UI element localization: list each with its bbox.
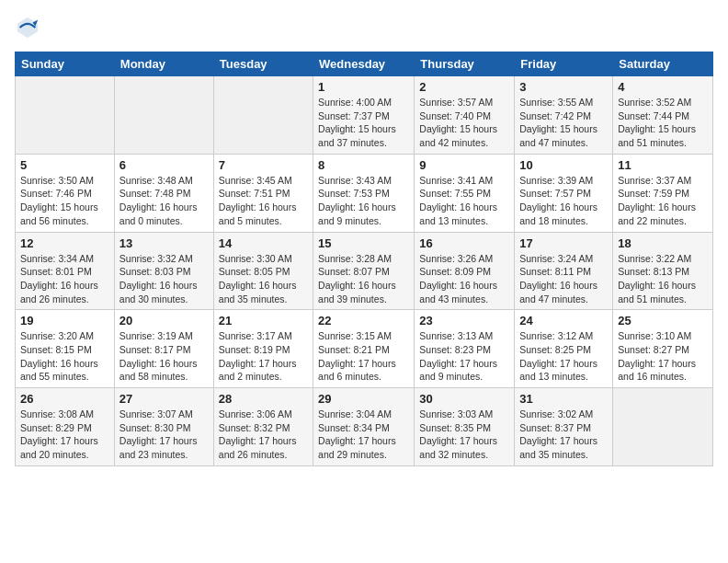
calendar-table: SundayMondayTuesdayWednesdayThursdayFrid… xyxy=(15,52,713,466)
day-cell xyxy=(613,388,713,466)
day-cell: 3Sunrise: 3:55 AM Sunset: 7:42 PM Daylig… xyxy=(515,76,613,155)
day-info: Sunrise: 3:34 AM Sunset: 8:01 PM Dayligh… xyxy=(20,252,109,306)
day-cell: 5Sunrise: 3:50 AM Sunset: 7:46 PM Daylig… xyxy=(16,154,115,232)
day-info: Sunrise: 3:19 AM Sunset: 8:17 PM Dayligh… xyxy=(119,329,209,384)
day-info: Sunrise: 3:55 AM Sunset: 7:42 PM Dayligh… xyxy=(519,96,608,150)
weekday-header-friday: Friday xyxy=(515,52,613,76)
week-row-1: 1Sunrise: 4:00 AM Sunset: 7:37 PM Daylig… xyxy=(16,76,713,155)
day-cell: 27Sunrise: 3:07 AM Sunset: 8:30 PM Dayli… xyxy=(114,388,213,466)
day-number: 20 xyxy=(119,314,209,327)
weekday-header-tuesday: Tuesday xyxy=(213,52,313,76)
day-info: Sunrise: 4:00 AM Sunset: 7:37 PM Dayligh… xyxy=(318,96,409,150)
day-info: Sunrise: 3:02 AM Sunset: 8:37 PM Dayligh… xyxy=(519,408,608,462)
day-cell: 26Sunrise: 3:08 AM Sunset: 8:29 PM Dayli… xyxy=(16,388,115,466)
day-number: 29 xyxy=(318,392,409,406)
day-number: 30 xyxy=(419,392,509,406)
day-info: Sunrise: 3:26 AM Sunset: 8:09 PM Dayligh… xyxy=(419,252,509,306)
day-cell: 17Sunrise: 3:24 AM Sunset: 8:11 PM Dayli… xyxy=(515,232,613,310)
day-info: Sunrise: 3:04 AM Sunset: 8:34 PM Dayligh… xyxy=(318,408,409,462)
day-number: 16 xyxy=(419,236,509,250)
day-cell: 30Sunrise: 3:03 AM Sunset: 8:35 PM Dayli… xyxy=(415,388,515,466)
day-number: 21 xyxy=(219,314,308,327)
page-header xyxy=(15,15,713,40)
weekday-header-saturday: Saturday xyxy=(613,52,713,76)
day-cell: 15Sunrise: 3:28 AM Sunset: 8:07 PM Dayli… xyxy=(313,232,415,310)
day-info: Sunrise: 3:22 AM Sunset: 8:13 PM Dayligh… xyxy=(618,252,708,306)
day-number: 28 xyxy=(219,392,308,406)
day-cell xyxy=(213,76,313,155)
day-number: 25 xyxy=(618,314,708,327)
week-row-4: 19Sunrise: 3:20 AM Sunset: 8:15 PM Dayli… xyxy=(16,310,713,388)
day-number: 14 xyxy=(219,236,308,250)
day-number: 24 xyxy=(519,314,608,327)
day-info: Sunrise: 3:39 AM Sunset: 7:57 PM Dayligh… xyxy=(519,174,608,228)
day-cell: 11Sunrise: 3:37 AM Sunset: 7:59 PM Dayli… xyxy=(613,154,713,232)
weekday-header-monday: Monday xyxy=(114,52,213,76)
day-info: Sunrise: 3:06 AM Sunset: 8:32 PM Dayligh… xyxy=(219,408,308,462)
weekday-header-wednesday: Wednesday xyxy=(313,52,415,76)
day-number: 12 xyxy=(20,236,109,250)
day-cell: 10Sunrise: 3:39 AM Sunset: 7:57 PM Dayli… xyxy=(515,154,613,232)
day-number: 10 xyxy=(519,158,608,172)
day-info: Sunrise: 3:12 AM Sunset: 8:25 PM Dayligh… xyxy=(519,329,608,384)
day-info: Sunrise: 3:15 AM Sunset: 8:21 PM Dayligh… xyxy=(318,329,409,384)
weekday-header-sunday: Sunday xyxy=(16,52,115,76)
day-info: Sunrise: 3:07 AM Sunset: 8:30 PM Dayligh… xyxy=(119,408,209,462)
day-number: 31 xyxy=(519,392,608,406)
day-info: Sunrise: 3:28 AM Sunset: 8:07 PM Dayligh… xyxy=(318,252,409,306)
day-cell: 13Sunrise: 3:32 AM Sunset: 8:03 PM Dayli… xyxy=(114,232,213,310)
day-number: 18 xyxy=(618,236,708,250)
logo-icon xyxy=(15,15,40,40)
day-number: 11 xyxy=(618,158,708,172)
day-cell: 14Sunrise: 3:30 AM Sunset: 8:05 PM Dayli… xyxy=(213,232,313,310)
day-info: Sunrise: 3:17 AM Sunset: 8:19 PM Dayligh… xyxy=(219,329,308,384)
week-row-2: 5Sunrise: 3:50 AM Sunset: 7:46 PM Daylig… xyxy=(16,154,713,232)
day-number: 19 xyxy=(20,314,109,327)
day-info: Sunrise: 3:57 AM Sunset: 7:40 PM Dayligh… xyxy=(419,96,509,150)
day-cell xyxy=(114,76,213,155)
day-number: 26 xyxy=(20,392,109,406)
day-number: 1 xyxy=(318,80,409,94)
day-info: Sunrise: 3:48 AM Sunset: 7:48 PM Dayligh… xyxy=(119,174,209,228)
day-number: 8 xyxy=(318,158,409,172)
day-cell: 23Sunrise: 3:13 AM Sunset: 8:23 PM Dayli… xyxy=(415,310,515,388)
day-info: Sunrise: 3:43 AM Sunset: 7:53 PM Dayligh… xyxy=(318,174,409,228)
week-row-3: 12Sunrise: 3:34 AM Sunset: 8:01 PM Dayli… xyxy=(16,232,713,310)
day-number: 15 xyxy=(318,236,409,250)
day-number: 22 xyxy=(318,314,409,327)
day-cell: 8Sunrise: 3:43 AM Sunset: 7:53 PM Daylig… xyxy=(313,154,415,232)
day-cell: 9Sunrise: 3:41 AM Sunset: 7:55 PM Daylig… xyxy=(415,154,515,232)
day-cell: 29Sunrise: 3:04 AM Sunset: 8:34 PM Dayli… xyxy=(313,388,415,466)
day-number: 27 xyxy=(119,392,209,406)
logo xyxy=(15,15,44,40)
day-number: 6 xyxy=(119,158,209,172)
day-info: Sunrise: 3:41 AM Sunset: 7:55 PM Dayligh… xyxy=(419,174,509,228)
day-number: 9 xyxy=(419,158,509,172)
week-row-5: 26Sunrise: 3:08 AM Sunset: 8:29 PM Dayli… xyxy=(16,388,713,466)
day-cell: 6Sunrise: 3:48 AM Sunset: 7:48 PM Daylig… xyxy=(114,154,213,232)
day-cell: 24Sunrise: 3:12 AM Sunset: 8:25 PM Dayli… xyxy=(515,310,613,388)
day-number: 2 xyxy=(419,80,509,94)
day-cell: 2Sunrise: 3:57 AM Sunset: 7:40 PM Daylig… xyxy=(415,76,515,155)
day-cell: 31Sunrise: 3:02 AM Sunset: 8:37 PM Dayli… xyxy=(515,388,613,466)
weekday-header-thursday: Thursday xyxy=(415,52,515,76)
day-number: 5 xyxy=(20,158,109,172)
day-info: Sunrise: 3:13 AM Sunset: 8:23 PM Dayligh… xyxy=(419,329,509,384)
day-cell xyxy=(16,76,115,155)
day-cell: 21Sunrise: 3:17 AM Sunset: 8:19 PM Dayli… xyxy=(213,310,313,388)
day-number: 3 xyxy=(519,80,608,94)
day-info: Sunrise: 3:10 AM Sunset: 8:27 PM Dayligh… xyxy=(618,329,708,384)
day-info: Sunrise: 3:45 AM Sunset: 7:51 PM Dayligh… xyxy=(219,174,308,228)
day-cell: 16Sunrise: 3:26 AM Sunset: 8:09 PM Dayli… xyxy=(415,232,515,310)
day-number: 17 xyxy=(519,236,608,250)
day-number: 23 xyxy=(419,314,509,327)
day-cell: 1Sunrise: 4:00 AM Sunset: 7:37 PM Daylig… xyxy=(313,76,415,155)
day-cell: 18Sunrise: 3:22 AM Sunset: 8:13 PM Dayli… xyxy=(613,232,713,310)
day-cell: 20Sunrise: 3:19 AM Sunset: 8:17 PM Dayli… xyxy=(114,310,213,388)
day-number: 7 xyxy=(219,158,308,172)
weekday-header-row: SundayMondayTuesdayWednesdayThursdayFrid… xyxy=(16,52,713,76)
day-info: Sunrise: 3:03 AM Sunset: 8:35 PM Dayligh… xyxy=(419,408,509,462)
day-cell: 19Sunrise: 3:20 AM Sunset: 8:15 PM Dayli… xyxy=(16,310,115,388)
day-info: Sunrise: 3:20 AM Sunset: 8:15 PM Dayligh… xyxy=(20,329,109,384)
day-number: 13 xyxy=(119,236,209,250)
